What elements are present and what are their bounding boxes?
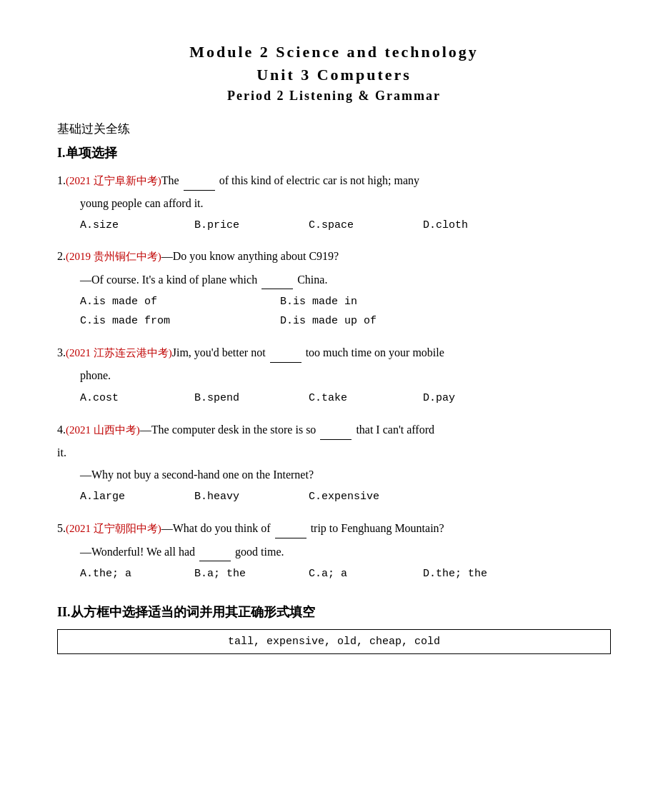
word-box: tall, expensive, old, cheap, cold — [57, 629, 611, 654]
q2-optD: D.is made up of — [280, 311, 480, 331]
question-4-text: 4.(2021 山西中考)—The computer desk in the s… — [57, 419, 611, 440]
q4-num: 4. — [57, 423, 66, 436]
header-line3: Period 2 Listening & Grammar — [57, 89, 611, 104]
q4-optC: C.expensive — [309, 487, 423, 506]
q4-options: A.large B.heavy C.expensive — [80, 487, 611, 506]
q5-location: (2021 辽宁朝阳中考) — [66, 523, 161, 534]
question-2-text: 2.(2019 贵州铜仁中考)—Do you know anything abo… — [57, 246, 611, 266]
q5-optD: D.the; the — [423, 564, 537, 583]
question-4: 4.(2021 山西中考)—The computer desk in the s… — [57, 419, 611, 506]
question-5-text: 5.(2021 辽宁朝阳中考)—What do you think of tri… — [57, 518, 611, 538]
q2-options-row2: C.is made from D.is made up of — [80, 311, 611, 331]
q1-options: A.size B.price C.space D.cloth — [80, 216, 611, 235]
q3-optD: D.pay — [423, 389, 537, 408]
q4-optB: B.heavy — [194, 487, 309, 506]
q2-dialog1: —Do you know anything about C919? — [161, 250, 339, 262]
q3-optA: A.cost — [80, 389, 194, 408]
part2-title: II.从方框中选择适当的词并用其正确形式填空 — [57, 603, 611, 621]
q4-dialog1: —The computer desk in the store is so th… — [140, 423, 434, 436]
q3-body: Jim, you'd better not too much time on y… — [172, 346, 444, 359]
page-header: Module 2 Science and technology Unit 3 C… — [57, 43, 611, 104]
q1-optB: B.price — [194, 216, 309, 235]
question-2: 2.(2019 贵州铜仁中考)—Do you know anything abo… — [57, 246, 611, 331]
question-1-text: 1.(2021 辽宁阜新中考)The of this kind of elect… — [57, 170, 611, 191]
q4-optA: A.large — [80, 487, 194, 506]
q5-optC: C.a; a — [309, 564, 423, 583]
q5-num: 5. — [57, 522, 66, 534]
q2-dialog2: —Of course. It's a kind of plane which C… — [80, 269, 611, 289]
q2-options: A.is made of B.is made in C.is made from… — [80, 292, 611, 331]
q2-optB: B.is made in — [280, 292, 480, 311]
question-5: 5.(2021 辽宁朝阳中考)—What do you think of tri… — [57, 518, 611, 583]
q3-body2: phone. — [80, 366, 611, 385]
q5-options: A.the; a B.a; the C.a; a D.the; the — [80, 564, 611, 583]
q1-body2: young people can afford it. — [80, 194, 611, 213]
question-3: 3.(2021 江苏连云港中考)Jim, you'd better not to… — [57, 342, 611, 407]
header-line2: Unit 3 Computers — [57, 66, 611, 84]
q2-optA: A.is made of — [80, 292, 280, 311]
q4-cont: it. — [57, 443, 611, 462]
q1-body: The of this kind of electric car is not … — [161, 174, 419, 186]
q1-num: 1. — [57, 174, 66, 186]
header-line1: Module 2 Science and technology — [57, 43, 611, 61]
q4-dialog2: —Why not buy a second-hand one on the In… — [80, 465, 611, 484]
q2-optC: C.is made from — [80, 311, 280, 331]
q5-optB: B.a; the — [194, 564, 309, 583]
q2-options-row1: A.is made of B.is made in — [80, 292, 611, 311]
q1-optC: C.space — [309, 216, 423, 235]
q5-dialog2: —Wonderful! We all had good time. — [80, 541, 611, 561]
q1-optD: D.cloth — [423, 216, 537, 235]
q1-optA: A.size — [80, 216, 194, 235]
q2-num: 2. — [57, 250, 66, 262]
question-1: 1.(2021 辽宁阜新中考)The of this kind of elect… — [57, 170, 611, 235]
q5-dialog1: —What do you think of trip to Fenghuang … — [161, 522, 444, 534]
q4-location: (2021 山西中考) — [66, 424, 140, 436]
q3-optB: B.spend — [194, 389, 309, 408]
q2-location: (2019 贵州铜仁中考) — [66, 251, 161, 262]
q3-optC: C.take — [309, 389, 423, 408]
section-title: 基础过关全练 — [57, 121, 611, 137]
q3-location: (2021 江苏连云港中考) — [66, 347, 172, 359]
q3-options: A.cost B.spend C.take D.pay — [80, 389, 611, 408]
question-3-text: 3.(2021 江苏连云港中考)Jim, you'd better not to… — [57, 342, 611, 363]
q1-location: (2021 辽宁阜新中考) — [66, 175, 161, 186]
q3-num: 3. — [57, 346, 66, 359]
part1-title: I.单项选择 — [57, 144, 611, 161]
q5-optA: A.the; a — [80, 564, 194, 583]
